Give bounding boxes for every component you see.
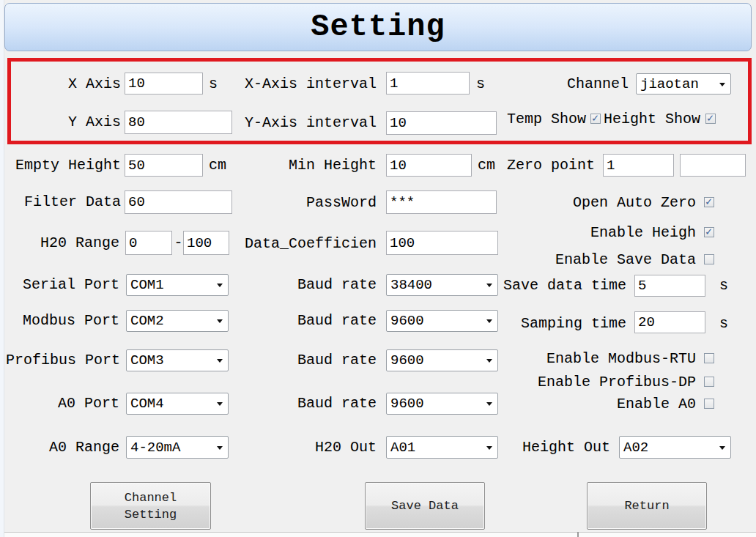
enable-heigh-checkbox[interactable] bbox=[704, 227, 714, 237]
enable-profibus-dp-checkbox[interactable] bbox=[704, 377, 714, 387]
chevron-down-icon bbox=[217, 402, 223, 406]
data-coefficien-input[interactable] bbox=[386, 231, 498, 255]
serial-port-label: Serial Port bbox=[13, 274, 119, 296]
channel-select[interactable]: jiaotan bbox=[636, 73, 731, 95]
zero-point-input[interactable] bbox=[603, 154, 674, 177]
empty-height-input[interactable] bbox=[125, 154, 203, 177]
chevron-down-icon bbox=[719, 83, 725, 86]
height-out-label: Height Out bbox=[520, 436, 610, 459]
baud-rate-a0-label: Baud rate bbox=[242, 393, 377, 415]
chevron-down-icon bbox=[719, 446, 725, 450]
baud-rate-profibus-select[interactable]: 9600 bbox=[386, 349, 498, 371]
window-bottom-edge bbox=[4, 532, 756, 537]
filter-data-input[interactable] bbox=[125, 190, 232, 214]
empty-height-label: Empty Height bbox=[15, 154, 121, 177]
chevron-down-icon bbox=[217, 284, 223, 287]
channel-value: jiaotan bbox=[640, 76, 699, 92]
open-auto-zero-checkbox[interactable] bbox=[704, 197, 714, 207]
x-axis-label: X Axis bbox=[15, 73, 121, 95]
h20-out-value: A01 bbox=[390, 440, 415, 456]
x-axis-unit: s bbox=[209, 73, 223, 95]
baud-rate-profibus-label: Baud rate bbox=[242, 349, 377, 371]
modbus-port-value: COM2 bbox=[130, 313, 164, 329]
return-button-label: Return bbox=[624, 497, 669, 514]
enable-modbus-rtu-label: Enable Modbus-RTU bbox=[546, 348, 696, 369]
a0-port-value: COM4 bbox=[130, 396, 164, 412]
a0-range-value: 4-20mA bbox=[130, 440, 180, 456]
min-height-label: Min Height bbox=[242, 154, 377, 177]
enable-save-data-label: Enable Save Data bbox=[555, 249, 696, 270]
chevron-down-icon bbox=[217, 446, 223, 450]
h20-range-to-input[interactable] bbox=[183, 231, 229, 255]
password-label: PassWord bbox=[242, 191, 377, 215]
enable-a0-label: Enable A0 bbox=[617, 393, 696, 415]
save-data-button[interactable]: Save Data bbox=[365, 482, 485, 530]
title-bar: Setting bbox=[4, 3, 752, 51]
baud-rate-modbus-select[interactable]: 9600 bbox=[386, 310, 498, 332]
samping-time-label: Samping time bbox=[521, 313, 626, 335]
data-coefficien-label: Data_Coefficien bbox=[242, 232, 377, 256]
baud-rate-serial-value: 38400 bbox=[390, 277, 432, 293]
temp-show-checkbox[interactable] bbox=[590, 114, 601, 124]
chevron-down-icon bbox=[486, 359, 492, 363]
temp-show-label: Temp Show bbox=[507, 108, 586, 130]
modbus-port-label: Modbus Port bbox=[13, 310, 119, 332]
profibus-port-value: COM3 bbox=[130, 352, 164, 369]
baud-rate-modbus-value: 9600 bbox=[390, 313, 424, 329]
x-interval-unit: s bbox=[476, 73, 491, 95]
window-bottom-divider bbox=[577, 532, 579, 537]
enable-modbus-rtu-checkbox[interactable] bbox=[704, 353, 714, 363]
channel-setting-button[interactable]: Channel Setting bbox=[90, 482, 211, 530]
samping-time-input[interactable] bbox=[634, 311, 705, 333]
samping-time-unit: s bbox=[719, 313, 734, 335]
serial-port-select[interactable]: COM1 bbox=[126, 274, 229, 296]
save-data-time-label: Save data time bbox=[503, 275, 626, 297]
baud-rate-profibus-value: 9600 bbox=[390, 352, 424, 369]
return-button[interactable]: Return bbox=[587, 482, 707, 530]
height-out-select[interactable]: A02 bbox=[619, 436, 731, 459]
enable-save-data-checkbox[interactable] bbox=[704, 254, 714, 264]
profibus-port-label: Profibus Port bbox=[6, 349, 119, 371]
save-data-button-label: Save Data bbox=[391, 497, 459, 514]
a0-range-select[interactable]: 4-20mA bbox=[126, 436, 229, 459]
h20-out-select[interactable]: A01 bbox=[386, 436, 498, 459]
modbus-port-select[interactable]: COM2 bbox=[126, 310, 229, 332]
a0-port-select[interactable]: COM4 bbox=[126, 393, 229, 415]
zero-point-input-2[interactable] bbox=[680, 154, 746, 177]
height-show-checkbox[interactable] bbox=[705, 114, 716, 124]
baud-rate-a0-value: 9600 bbox=[390, 396, 424, 412]
h20-range-label: H20 Range bbox=[13, 231, 119, 255]
baud-rate-serial-label: Baud rate bbox=[242, 274, 377, 296]
page-title: Setting bbox=[311, 10, 445, 45]
zero-point-label: Zero point bbox=[504, 154, 595, 177]
chevron-down-icon bbox=[217, 319, 223, 323]
enable-a0-checkbox[interactable] bbox=[704, 399, 714, 409]
y-axis-label: Y Axis bbox=[15, 111, 121, 134]
chevron-down-icon bbox=[486, 319, 492, 323]
h20-range-separator: - bbox=[174, 231, 183, 255]
window-left-edge bbox=[0, 0, 4, 537]
baud-rate-modbus-label: Baud rate bbox=[242, 310, 377, 332]
x-interval-label: X-Axis interval bbox=[242, 73, 377, 95]
serial-port-value: COM1 bbox=[130, 277, 164, 293]
height-out-value: A02 bbox=[623, 440, 648, 456]
baud-rate-serial-select[interactable]: 38400 bbox=[386, 274, 498, 296]
y-axis-input[interactable] bbox=[125, 111, 232, 134]
min-height-unit: cm bbox=[478, 154, 501, 177]
y-interval-label: Y-Axis interval bbox=[242, 111, 377, 135]
save-data-time-input[interactable] bbox=[634, 275, 705, 297]
h20-out-label: H20 Out bbox=[242, 436, 377, 459]
min-height-input[interactable] bbox=[386, 154, 472, 177]
channel-setting-button-line1: Channel bbox=[125, 489, 177, 506]
password-input[interactable] bbox=[386, 190, 497, 214]
x-interval-input[interactable] bbox=[386, 72, 470, 95]
chevron-down-icon bbox=[486, 284, 492, 287]
x-axis-input[interactable] bbox=[125, 73, 203, 95]
h20-range-from-input[interactable] bbox=[125, 231, 172, 255]
baud-rate-a0-select[interactable]: 9600 bbox=[386, 393, 498, 415]
save-data-time-unit: s bbox=[719, 275, 734, 297]
y-interval-input[interactable] bbox=[386, 111, 497, 135]
chevron-down-icon bbox=[486, 446, 492, 450]
chevron-down-icon bbox=[486, 402, 492, 406]
profibus-port-select[interactable]: COM3 bbox=[126, 349, 229, 371]
